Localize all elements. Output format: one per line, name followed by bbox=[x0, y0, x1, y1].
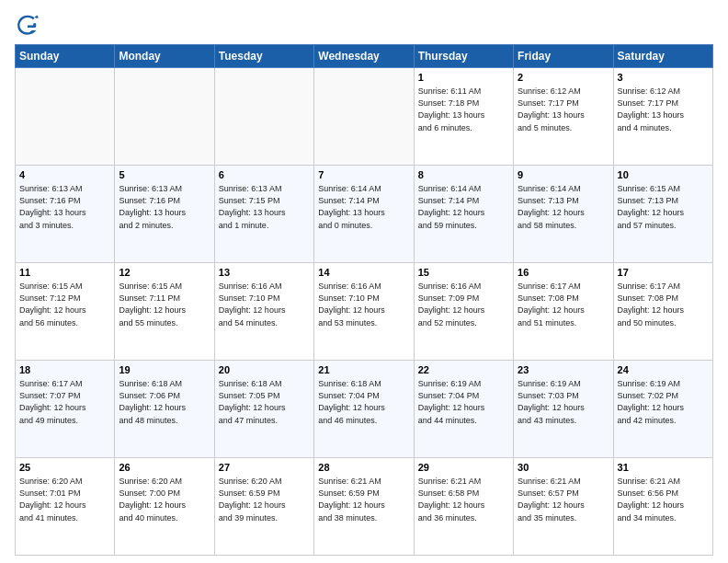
day-info: Sunrise: 6:17 AM Sunset: 7:08 PM Dayligh… bbox=[618, 281, 709, 328]
day-info: Sunrise: 6:21 AM Sunset: 6:58 PM Dayligh… bbox=[418, 476, 509, 523]
day-info: Sunrise: 6:13 AM Sunset: 7:16 PM Dayligh… bbox=[119, 183, 210, 231]
calendar-cell: 13Sunrise: 6:16 AM Sunset: 7:10 PM Dayli… bbox=[214, 263, 313, 361]
day-info: Sunrise: 6:13 AM Sunset: 7:16 PM Dayligh… bbox=[19, 183, 110, 231]
day-number: 25 bbox=[19, 461, 110, 475]
calendar-week-row: 18Sunrise: 6:17 AM Sunset: 7:07 PM Dayli… bbox=[16, 361, 713, 458]
day-number: 3 bbox=[618, 71, 709, 85]
day-number: 28 bbox=[318, 461, 409, 475]
day-info: Sunrise: 6:14 AM Sunset: 7:14 PM Dayligh… bbox=[418, 183, 509, 231]
calendar-table: SundayMondayTuesdayWednesdayThursdayFrid… bbox=[15, 44, 713, 556]
calendar-cell: 7Sunrise: 6:14 AM Sunset: 7:14 PM Daylig… bbox=[314, 166, 414, 263]
weekday-header-saturday: Saturday bbox=[613, 45, 712, 68]
day-info: Sunrise: 6:13 AM Sunset: 7:15 PM Dayligh… bbox=[219, 183, 310, 231]
calendar-cell bbox=[214, 68, 313, 166]
header bbox=[15, 11, 713, 37]
calendar-cell: 4Sunrise: 6:13 AM Sunset: 7:16 PM Daylig… bbox=[16, 166, 115, 263]
calendar-cell: 17Sunrise: 6:17 AM Sunset: 7:08 PM Dayli… bbox=[613, 263, 712, 361]
day-info: Sunrise: 6:11 AM Sunset: 7:18 PM Dayligh… bbox=[418, 86, 509, 133]
logo-icon bbox=[15, 11, 40, 37]
calendar-cell: 31Sunrise: 6:21 AM Sunset: 6:56 PM Dayli… bbox=[613, 458, 712, 556]
weekday-header-tuesday: Tuesday bbox=[214, 45, 313, 68]
calendar-cell bbox=[115, 68, 214, 166]
calendar-week-row: 11Sunrise: 6:15 AM Sunset: 7:12 PM Dayli… bbox=[16, 263, 713, 361]
day-number: 6 bbox=[219, 168, 310, 182]
day-number: 8 bbox=[418, 168, 509, 182]
calendar-cell: 15Sunrise: 6:16 AM Sunset: 7:09 PM Dayli… bbox=[414, 263, 513, 361]
day-info: Sunrise: 6:14 AM Sunset: 7:14 PM Dayligh… bbox=[318, 183, 409, 231]
day-number: 5 bbox=[119, 168, 210, 182]
day-number: 21 bbox=[318, 363, 409, 377]
day-info: Sunrise: 6:16 AM Sunset: 7:10 PM Dayligh… bbox=[318, 281, 409, 328]
day-number: 30 bbox=[518, 461, 609, 475]
day-info: Sunrise: 6:18 AM Sunset: 7:05 PM Dayligh… bbox=[219, 378, 310, 426]
calendar-cell: 25Sunrise: 6:20 AM Sunset: 7:01 PM Dayli… bbox=[16, 458, 115, 556]
calendar-cell: 9Sunrise: 6:14 AM Sunset: 7:13 PM Daylig… bbox=[514, 166, 613, 263]
calendar-cell: 29Sunrise: 6:21 AM Sunset: 6:58 PM Dayli… bbox=[414, 458, 513, 556]
calendar-cell: 24Sunrise: 6:19 AM Sunset: 7:02 PM Dayli… bbox=[613, 361, 712, 458]
calendar-cell: 18Sunrise: 6:17 AM Sunset: 7:07 PM Dayli… bbox=[16, 361, 115, 458]
day-number: 12 bbox=[119, 266, 210, 280]
calendar-cell: 30Sunrise: 6:21 AM Sunset: 6:57 PM Dayli… bbox=[514, 458, 613, 556]
calendar-cell: 19Sunrise: 6:18 AM Sunset: 7:06 PM Dayli… bbox=[115, 361, 214, 458]
day-info: Sunrise: 6:17 AM Sunset: 7:07 PM Dayligh… bbox=[19, 378, 110, 426]
calendar-cell: 12Sunrise: 6:15 AM Sunset: 7:11 PM Dayli… bbox=[115, 263, 214, 361]
calendar-cell: 2Sunrise: 6:12 AM Sunset: 7:17 PM Daylig… bbox=[514, 68, 613, 166]
calendar-cell: 23Sunrise: 6:19 AM Sunset: 7:03 PM Dayli… bbox=[514, 361, 613, 458]
day-number: 31 bbox=[618, 461, 709, 475]
calendar-cell: 10Sunrise: 6:15 AM Sunset: 7:13 PM Dayli… bbox=[613, 166, 712, 263]
day-info: Sunrise: 6:18 AM Sunset: 7:06 PM Dayligh… bbox=[119, 378, 210, 426]
day-number: 1 bbox=[418, 71, 509, 85]
calendar-cell: 11Sunrise: 6:15 AM Sunset: 7:12 PM Dayli… bbox=[16, 263, 115, 361]
calendar-cell: 1Sunrise: 6:11 AM Sunset: 7:18 PM Daylig… bbox=[414, 68, 513, 166]
page: SundayMondayTuesdayWednesdayThursdayFrid… bbox=[0, 0, 728, 563]
weekday-header-sunday: Sunday bbox=[16, 45, 115, 68]
day-info: Sunrise: 6:12 AM Sunset: 7:17 PM Dayligh… bbox=[518, 86, 609, 133]
day-number: 23 bbox=[518, 363, 609, 377]
day-number: 10 bbox=[618, 168, 709, 182]
calendar-cell: 21Sunrise: 6:18 AM Sunset: 7:04 PM Dayli… bbox=[314, 361, 414, 458]
day-info: Sunrise: 6:15 AM Sunset: 7:11 PM Dayligh… bbox=[119, 281, 210, 328]
calendar-cell: 6Sunrise: 6:13 AM Sunset: 7:15 PM Daylig… bbox=[214, 166, 313, 263]
calendar-week-row: 1Sunrise: 6:11 AM Sunset: 7:18 PM Daylig… bbox=[16, 68, 713, 166]
day-info: Sunrise: 6:16 AM Sunset: 7:09 PM Dayligh… bbox=[418, 281, 509, 328]
calendar-cell: 26Sunrise: 6:20 AM Sunset: 7:00 PM Dayli… bbox=[115, 458, 214, 556]
day-info: Sunrise: 6:21 AM Sunset: 6:59 PM Dayligh… bbox=[318, 476, 409, 523]
day-number: 22 bbox=[418, 363, 509, 377]
day-info: Sunrise: 6:20 AM Sunset: 6:59 PM Dayligh… bbox=[219, 476, 310, 523]
calendar-cell: 28Sunrise: 6:21 AM Sunset: 6:59 PM Dayli… bbox=[314, 458, 414, 556]
day-number: 2 bbox=[518, 71, 609, 85]
day-info: Sunrise: 6:20 AM Sunset: 7:01 PM Dayligh… bbox=[19, 476, 110, 523]
day-number: 11 bbox=[19, 266, 110, 280]
calendar-cell: 3Sunrise: 6:12 AM Sunset: 7:17 PM Daylig… bbox=[613, 68, 712, 166]
calendar-week-row: 25Sunrise: 6:20 AM Sunset: 7:01 PM Dayli… bbox=[16, 458, 713, 556]
weekday-header-monday: Monday bbox=[115, 45, 214, 68]
day-number: 17 bbox=[618, 266, 709, 280]
day-info: Sunrise: 6:18 AM Sunset: 7:04 PM Dayligh… bbox=[318, 378, 409, 426]
day-number: 13 bbox=[219, 266, 310, 280]
day-info: Sunrise: 6:19 AM Sunset: 7:04 PM Dayligh… bbox=[418, 378, 509, 426]
calendar-cell: 8Sunrise: 6:14 AM Sunset: 7:14 PM Daylig… bbox=[414, 166, 513, 263]
weekday-header-row: SundayMondayTuesdayWednesdayThursdayFrid… bbox=[16, 45, 713, 68]
day-number: 7 bbox=[318, 168, 409, 182]
day-info: Sunrise: 6:14 AM Sunset: 7:13 PM Dayligh… bbox=[518, 183, 609, 231]
day-info: Sunrise: 6:19 AM Sunset: 7:03 PM Dayligh… bbox=[518, 378, 609, 426]
weekday-header-friday: Friday bbox=[514, 45, 613, 68]
day-info: Sunrise: 6:15 AM Sunset: 7:12 PM Dayligh… bbox=[19, 281, 110, 328]
day-info: Sunrise: 6:21 AM Sunset: 6:57 PM Dayligh… bbox=[518, 476, 609, 523]
weekday-header-wednesday: Wednesday bbox=[314, 45, 414, 68]
day-number: 14 bbox=[318, 266, 409, 280]
day-number: 9 bbox=[518, 168, 609, 182]
day-info: Sunrise: 6:19 AM Sunset: 7:02 PM Dayligh… bbox=[618, 378, 709, 426]
calendar-week-row: 4Sunrise: 6:13 AM Sunset: 7:16 PM Daylig… bbox=[16, 166, 713, 263]
day-number: 4 bbox=[19, 168, 110, 182]
calendar-cell: 5Sunrise: 6:13 AM Sunset: 7:16 PM Daylig… bbox=[115, 166, 214, 263]
day-number: 29 bbox=[418, 461, 509, 475]
day-info: Sunrise: 6:20 AM Sunset: 7:00 PM Dayligh… bbox=[119, 476, 210, 523]
calendar-cell: 16Sunrise: 6:17 AM Sunset: 7:08 PM Dayli… bbox=[514, 263, 613, 361]
day-info: Sunrise: 6:16 AM Sunset: 7:10 PM Dayligh… bbox=[219, 281, 310, 328]
day-info: Sunrise: 6:17 AM Sunset: 7:08 PM Dayligh… bbox=[518, 281, 609, 328]
calendar-cell: 27Sunrise: 6:20 AM Sunset: 6:59 PM Dayli… bbox=[214, 458, 313, 556]
day-number: 27 bbox=[219, 461, 310, 475]
day-info: Sunrise: 6:15 AM Sunset: 7:13 PM Dayligh… bbox=[618, 183, 709, 231]
calendar-cell: 20Sunrise: 6:18 AM Sunset: 7:05 PM Dayli… bbox=[214, 361, 313, 458]
